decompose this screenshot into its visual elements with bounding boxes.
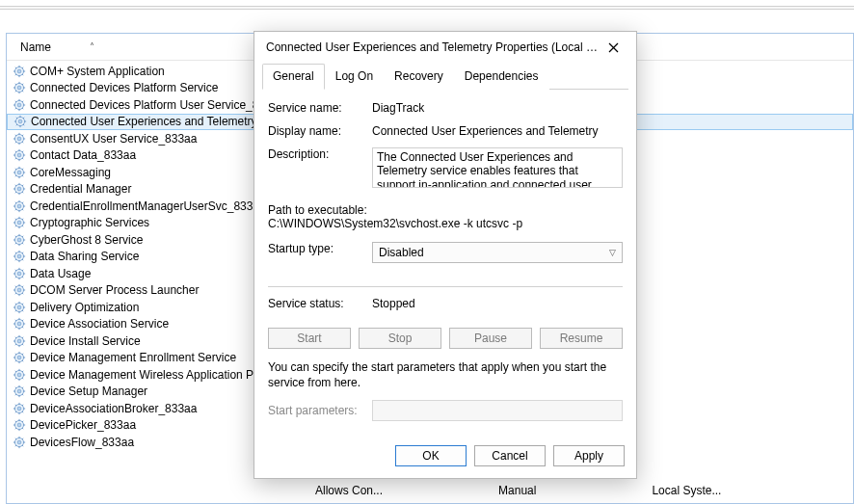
svg-line-226 (22, 445, 23, 446)
svg-line-148 (15, 310, 16, 311)
value-path: C:\WINDOWS\System32\svchost.exe -k utcsv… (268, 217, 623, 230)
svg-line-176 (22, 360, 23, 361)
label-service-name: Service name: (268, 101, 372, 115)
gear-icon (13, 250, 26, 263)
svg-line-187 (22, 371, 23, 372)
svg-line-207 (22, 405, 23, 406)
svg-line-167 (22, 337, 23, 338)
svg-line-195 (15, 387, 16, 388)
service-name: CoreMessaging (30, 166, 111, 179)
svg-line-136 (22, 293, 23, 294)
properties-dialog: Connected User Experiences and Telemetry… (254, 31, 637, 479)
label-display-name: Display name: (268, 124, 372, 138)
svg-point-229 (17, 440, 21, 444)
svg-line-118 (15, 259, 16, 260)
svg-line-198 (15, 394, 16, 395)
svg-point-39 (18, 119, 22, 123)
service-name: Credential Manager (30, 182, 131, 196)
dialog-titlebar[interactable]: Connected User Experiences and Telemetry… (254, 32, 636, 63)
svg-point-29 (17, 103, 21, 107)
close-icon (608, 42, 619, 53)
svg-line-65 (15, 169, 16, 170)
col-desc-value: Allows Con... (315, 484, 383, 497)
svg-line-137 (22, 286, 23, 287)
ok-button[interactable]: OK (395, 445, 467, 466)
svg-point-219 (17, 423, 21, 427)
svg-line-218 (15, 428, 16, 429)
svg-line-147 (22, 304, 23, 305)
svg-line-165 (15, 337, 16, 338)
svg-line-78 (15, 192, 16, 193)
svg-line-208 (15, 411, 16, 412)
svg-line-46 (22, 142, 23, 143)
svg-line-217 (22, 421, 23, 422)
svg-line-5 (15, 67, 16, 68)
svg-point-209 (17, 407, 21, 411)
svg-line-76 (22, 192, 23, 193)
svg-line-107 (22, 236, 23, 237)
service-name: Contact Data_833aa (30, 148, 136, 162)
svg-line-227 (22, 438, 23, 439)
resume-button[interactable]: Resume (540, 328, 623, 349)
service-name: Device Setup Manager (30, 385, 147, 398)
tab-log-on[interactable]: Log On (325, 64, 384, 90)
svg-line-7 (22, 67, 23, 68)
svg-line-38 (16, 124, 17, 125)
svg-line-128 (15, 277, 16, 278)
svg-point-89 (17, 204, 21, 208)
tab-recovery[interactable]: Recovery (384, 64, 454, 90)
gear-icon (13, 385, 26, 398)
svg-line-216 (22, 428, 23, 429)
tab-general[interactable]: General (262, 64, 325, 90)
svg-point-169 (17, 339, 21, 343)
svg-line-105 (15, 236, 16, 237)
svg-line-37 (23, 118, 24, 119)
svg-line-117 (22, 252, 23, 253)
svg-line-15 (15, 84, 16, 85)
tab-dependencies[interactable]: Dependencies (454, 64, 549, 90)
svg-line-225 (15, 438, 16, 439)
gear-icon (13, 132, 26, 146)
column-header-name[interactable]: Name ˄ (14, 40, 147, 54)
chevron-down-icon: ▽ (609, 248, 616, 257)
svg-line-157 (22, 320, 23, 321)
svg-point-199 (17, 389, 21, 393)
svg-point-59 (17, 153, 21, 157)
svg-point-159 (17, 322, 21, 326)
svg-line-188 (15, 378, 16, 379)
value-display-name: Connected User Experiences and Telemetry (372, 124, 623, 138)
separator (268, 286, 623, 287)
cancel-button[interactable]: Cancel (474, 445, 546, 466)
start-button[interactable]: Start (268, 328, 351, 349)
svg-point-9 (17, 69, 21, 73)
svg-line-156 (22, 327, 23, 328)
startup-type-select[interactable]: Disabled ▽ (372, 242, 623, 263)
svg-line-97 (22, 219, 23, 220)
close-button[interactable] (598, 36, 628, 59)
startup-type-value: Disabled (379, 246, 424, 259)
svg-line-126 (22, 277, 23, 278)
svg-line-138 (15, 293, 16, 294)
stop-button[interactable]: Stop (359, 328, 441, 349)
pause-button[interactable]: Pause (449, 328, 532, 349)
svg-point-149 (17, 305, 21, 309)
svg-point-119 (17, 254, 21, 258)
svg-line-115 (15, 252, 16, 253)
svg-line-95 (15, 219, 16, 220)
svg-line-135 (15, 286, 16, 287)
svg-point-189 (17, 373, 21, 377)
svg-line-206 (22, 411, 23, 412)
gear-icon (13, 418, 26, 432)
svg-line-18 (15, 91, 16, 92)
value-status: Stopped (372, 297, 623, 310)
svg-point-129 (17, 272, 21, 276)
svg-line-125 (15, 270, 16, 271)
dialog-tabs: GeneralLog OnRecoveryDependencies (262, 63, 628, 90)
description-box[interactable]: The Connected User Experiences and Telem… (372, 147, 623, 188)
svg-point-109 (17, 238, 21, 242)
apply-button[interactable]: Apply (553, 445, 625, 466)
svg-line-67 (22, 169, 23, 170)
service-name: DeviceAssociationBroker_833aa (30, 402, 197, 415)
service-name: CyberGhost 8 Service (30, 233, 143, 247)
svg-line-88 (15, 209, 16, 210)
